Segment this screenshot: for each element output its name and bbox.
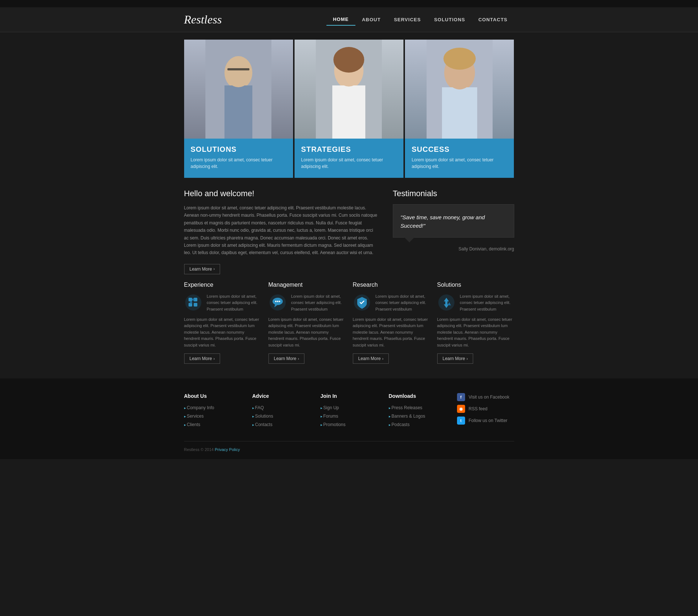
- nav-home[interactable]: HOME: [326, 14, 355, 26]
- svg-point-3: [225, 56, 252, 87]
- footer-advice-links: FAQ Solutions Contacts: [252, 405, 310, 427]
- welcome-body: Lorem ipsum dolor sit amet, consec tetue…: [184, 204, 378, 257]
- feature-solutions-inner: Lorem ipsum dolor sit amet, consec tetue…: [437, 293, 514, 313]
- nav-about[interactable]: ABOUT: [355, 14, 387, 25]
- footer-link-services[interactable]: Services: [184, 414, 204, 419]
- feature-solutions: Solutions Lorem ipsum dolor sit amet, co…: [437, 282, 514, 364]
- feature-solutions-learn-label: Learn More: [443, 356, 465, 361]
- svg-point-14: [443, 48, 476, 70]
- main-content: SOLUTIONS Lorem ipsum dolor sit amet, co…: [184, 40, 514, 364]
- nav-services[interactable]: SERVICES: [387, 14, 428, 25]
- footer-link-promotions[interactable]: Promotions: [321, 422, 346, 427]
- rss-icon: ◉: [457, 405, 465, 413]
- learn-more-chevron: ›: [213, 267, 215, 271]
- footer-downloads-links: Press Releases Banners & Logos Podcasts: [389, 405, 446, 427]
- footer: About Us Company Info Services Clients A…: [0, 378, 698, 459]
- footer-social: f Visit us on Facebook ◉ RSS feed t Foll…: [457, 393, 514, 430]
- svg-rect-19: [194, 303, 197, 307]
- footer-link-contacts[interactable]: Contacts: [252, 422, 273, 427]
- footer-link-clients[interactable]: Clients: [184, 422, 200, 427]
- feature-experience-full: Lorem ipsum dolor sit amet, consec tetue…: [184, 316, 261, 349]
- svg-point-27: [279, 301, 280, 302]
- footer-downloads: Downloads Press Releases Banners & Logos…: [389, 393, 446, 430]
- feature-research-short: Lorem ipsum dolor sit amet, consec tetue…: [376, 293, 430, 313]
- footer-link-solutions[interactable]: Solutions: [252, 414, 273, 419]
- footer-link-signup[interactable]: Sign Up: [321, 405, 339, 410]
- social-twitter[interactable]: t Follow us on Twitter: [457, 417, 514, 425]
- social-rss[interactable]: ◉ RSS feed: [457, 405, 514, 413]
- footer-link-podcasts[interactable]: Podcasts: [389, 422, 410, 427]
- feature-experience-learn-label: Learn More: [190, 356, 212, 361]
- facebook-label: Visit us on Facebook: [469, 395, 509, 400]
- footer-downloads-heading: Downloads: [389, 393, 446, 399]
- footer-link-company-info[interactable]: Company Info: [184, 405, 215, 410]
- chevron-icon: ›: [213, 357, 215, 361]
- feature-research: Research Lorem ipsum dolor sit amet, con…: [353, 282, 430, 364]
- svg-rect-7: [332, 85, 365, 139]
- feature-experience-heading: Experience: [184, 282, 261, 288]
- top-bar: [0, 0, 698, 7]
- social-facebook[interactable]: f Visit us on Facebook: [457, 393, 514, 401]
- hero-section: SOLUTIONS Lorem ipsum dolor sit amet, co…: [184, 40, 514, 178]
- hero-text-strategies: Lorem ipsum dolor sit amet, consec tetue…: [301, 157, 397, 170]
- footer-advice-heading: Advice: [252, 393, 310, 399]
- feature-management-short: Lorem ipsum dolor sit amet, consec tetue…: [291, 293, 346, 313]
- nav-contacts[interactable]: CONTACTS: [472, 14, 514, 25]
- feature-experience-learn-more[interactable]: Learn More ›: [184, 353, 220, 364]
- svg-rect-4: [227, 68, 249, 70]
- feature-management: Management Lorem ipsum dolor sit amet, c…: [268, 282, 346, 364]
- testimonial-quote: "Save time, save money, grow and Succeed…: [401, 213, 507, 230]
- hero-card-body-strategies: STRATEGIES Lorem ipsum dolor sit amet, c…: [295, 139, 403, 178]
- feature-solutions-heading: Solutions: [437, 282, 514, 288]
- nav-solutions[interactable]: SOLUTIONS: [427, 14, 472, 25]
- footer-link-banners[interactable]: Banners & Logos: [389, 414, 425, 419]
- svg-point-15: [185, 294, 201, 311]
- privacy-policy-link[interactable]: Privacy Policy: [215, 447, 240, 452]
- footer-joinin-links: Sign Up Forums Promotions: [321, 405, 378, 427]
- social-links: f Visit us on Facebook ◉ RSS feed t Foll…: [457, 393, 514, 425]
- main-nav: HOME ABOUT SERVICES SOLUTIONS CONTACTS: [326, 14, 514, 26]
- svg-rect-16: [189, 298, 192, 301]
- hero-image-solutions: [184, 40, 293, 139]
- footer-link-faq[interactable]: FAQ: [252, 405, 264, 410]
- welcome-learn-more[interactable]: Learn More ›: [184, 264, 220, 274]
- feature-management-learn-more[interactable]: Learn More ›: [268, 353, 305, 364]
- hero-text-solutions: Lorem ipsum dolor sit amet, consec tetue…: [191, 157, 286, 170]
- hero-image-strategies: [295, 40, 403, 139]
- feature-experience-short: Lorem ipsum dolor sit amet, consec tetue…: [207, 293, 261, 313]
- footer-joinin-heading: Join In: [321, 393, 378, 399]
- footer-top: About Us Company Info Services Clients A…: [184, 393, 514, 430]
- svg-point-20: [192, 298, 194, 301]
- feature-research-full: Lorem ipsum dolor sit amet, consec tetue…: [353, 316, 430, 349]
- copyright: Restless © 2014: [184, 447, 214, 452]
- feature-solutions-full: Lorem ipsum dolor sit amet, consec tetue…: [437, 316, 514, 349]
- feature-research-learn-label: Learn More: [358, 356, 381, 361]
- features-section: Experience Lorem: [184, 282, 514, 364]
- twitter-label: Follow us on Twitter: [469, 418, 508, 423]
- mid-section: Hello and welcome! Lorem ipsum dolor sit…: [184, 189, 514, 274]
- chevron-icon-solutions: ›: [467, 357, 468, 361]
- recycle-icon: [437, 293, 456, 312]
- hero-card-success: SUCCESS Lorem ipsum dolor sit amet, cons…: [405, 40, 514, 178]
- welcome-heading: Hello and welcome!: [184, 189, 378, 198]
- chevron-icon-research: ›: [382, 357, 383, 361]
- testimonials-heading: Testimonials: [393, 189, 514, 198]
- footer-join-in: Join In Sign Up Forums Promotions: [321, 393, 378, 430]
- feature-research-heading: Research: [353, 282, 430, 288]
- feature-management-heading: Management: [268, 282, 346, 288]
- hero-card-solutions: SOLUTIONS Lorem ipsum dolor sit amet, co…: [184, 40, 293, 178]
- svg-point-26: [277, 301, 278, 302]
- svg-point-25: [275, 301, 277, 302]
- welcome-section: Hello and welcome! Lorem ipsum dolor sit…: [184, 189, 378, 274]
- feature-management-full: Lorem ipsum dolor sit amet, consec tetue…: [268, 316, 346, 349]
- footer-advice: Advice FAQ Solutions Contacts: [252, 393, 310, 430]
- footer-link-forums[interactable]: Forums: [321, 414, 338, 419]
- footer-about-links: Company Info Services Clients: [184, 405, 241, 427]
- feature-solutions-learn-more[interactable]: Learn More ›: [437, 353, 474, 364]
- feature-research-learn-more[interactable]: Learn More ›: [353, 353, 389, 364]
- footer-link-press-releases[interactable]: Press Releases: [389, 405, 423, 410]
- shield-icon: [353, 293, 371, 312]
- hero-title-success: SUCCESS: [412, 145, 507, 154]
- feature-management-inner: Lorem ipsum dolor sit amet, consec tetue…: [268, 293, 346, 313]
- hero-card-body-success: SUCCESS Lorem ipsum dolor sit amet, cons…: [405, 139, 514, 178]
